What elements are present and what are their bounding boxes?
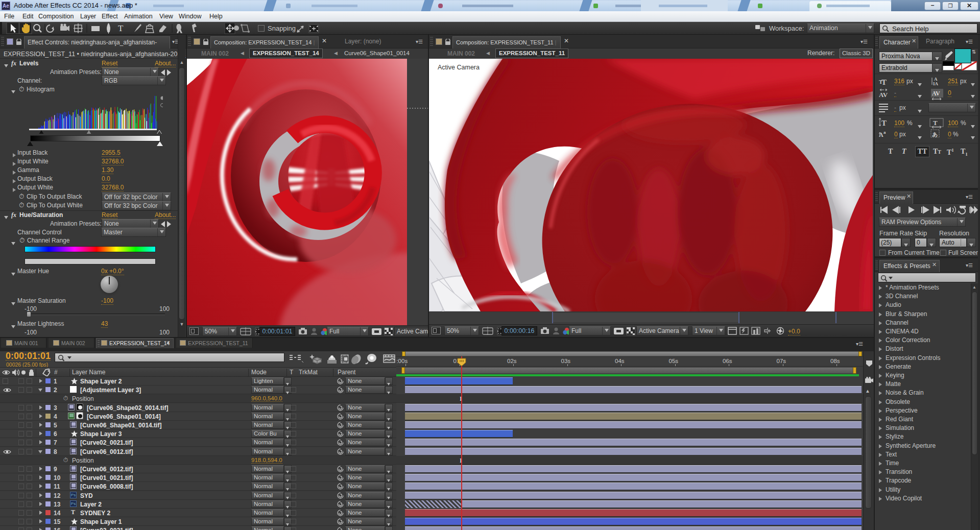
svg-text:AV: AV bbox=[932, 90, 940, 97]
svg-text:T: T bbox=[118, 23, 124, 33]
svg-text:あ: あ bbox=[932, 131, 938, 137]
svg-text:A: A bbox=[879, 131, 883, 138]
svg-text:T: T bbox=[881, 119, 887, 127]
svg-text:Active Camera: Active Camera bbox=[438, 64, 480, 71]
svg-text:A​V: A​V bbox=[879, 91, 888, 99]
svg-text:T: T bbox=[881, 78, 887, 86]
svg-text:T: T bbox=[933, 119, 938, 127]
svg-text:IA: IA bbox=[933, 81, 939, 86]
svg-text:a: a bbox=[883, 130, 886, 135]
